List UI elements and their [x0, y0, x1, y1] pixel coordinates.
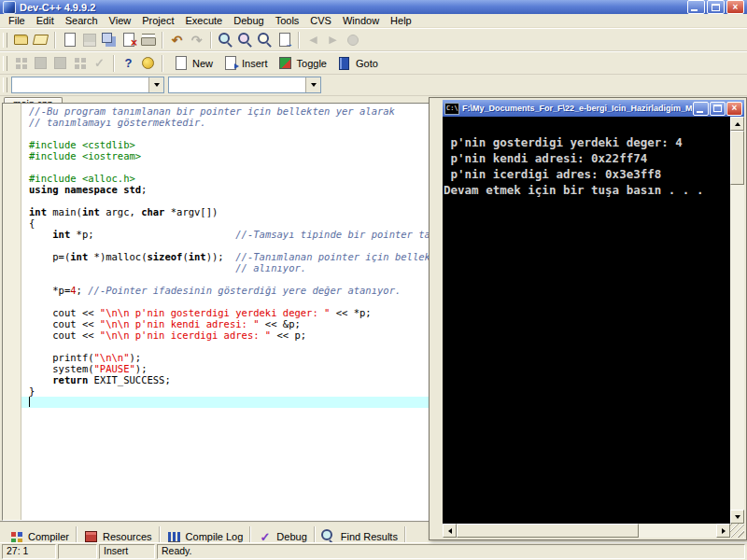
toolbar-grip[interactable] [3, 33, 7, 48]
toolbar-separator [162, 55, 163, 72]
goto-line-icon[interactable] [275, 31, 294, 49]
goto-bookmark-icon [334, 54, 354, 72]
profile-icon[interactable] [138, 54, 158, 72]
scroll-left-button[interactable] [443, 524, 457, 538]
minimize-button[interactable] [687, 0, 705, 14]
member-combo[interactable] [168, 77, 321, 93]
menu-debug[interactable]: Debug [228, 14, 269, 27]
new-unit-button[interactable]: New [167, 54, 217, 72]
new-file-icon[interactable] [60, 31, 79, 49]
title-bar[interactable]: Dev-C++ 4.9.9.2 × [0, 0, 747, 14]
console-output: p'nin gosterdigi yerdeki deger: 4 p'nin … [443, 117, 730, 524]
console-horizontal-scrollbar[interactable] [443, 524, 730, 538]
menu-search[interactable]: Search [60, 14, 104, 27]
redo-icon[interactable] [187, 31, 206, 49]
console-horizontal-scroll-row [443, 524, 744, 538]
cmd-icon [444, 103, 459, 115]
compiler-label: Compiler [28, 531, 69, 542]
print-icon[interactable] [138, 31, 158, 49]
forward-icon[interactable] [323, 31, 343, 49]
vertical-scroll-thumb[interactable] [730, 131, 744, 185]
class-browser-row [0, 75, 747, 96]
member-combo-value [169, 77, 305, 92]
resize-grip[interactable] [730, 524, 744, 538]
toolbar-grip[interactable] [3, 56, 7, 71]
toolbar-separator [162, 32, 163, 49]
console-line: p'nin kendi adresi: 0x22ff74 [444, 150, 730, 166]
toggle-bookmark-button[interactable]: Toggle [272, 54, 331, 72]
class-combo[interactable] [11, 77, 164, 93]
menu-window[interactable]: Window [337, 14, 385, 27]
console-window[interactable]: F:\My_Documents_For_F\22_e-bergi_Icin_Ha… [429, 97, 747, 540]
replace-icon[interactable] [235, 31, 255, 49]
close-file-icon[interactable] [119, 31, 138, 49]
editor-gutter [3, 104, 21, 520]
menu-tools[interactable]: Tools [270, 14, 305, 27]
menu-project[interactable]: Project [136, 14, 179, 27]
toggle-bookmark-label: Toggle [297, 58, 327, 69]
status-message: Ready. [157, 544, 745, 559]
new-unit-label: New [192, 58, 213, 69]
debug-label: Debug [276, 531, 306, 542]
menu-file[interactable]: File [3, 14, 31, 27]
console-minimize-button[interactable] [693, 102, 709, 116]
restore-button[interactable] [707, 0, 725, 14]
rebuild-icon[interactable] [70, 54, 90, 72]
close-button[interactable]: × [726, 0, 744, 14]
insert-label: Insert [242, 58, 268, 69]
console-body: p'nin gosterdigi yerdeki deger: 4 p'nin … [443, 117, 744, 524]
menu-view[interactable]: View [104, 14, 137, 27]
class-combo-value [12, 77, 148, 92]
app-icon [3, 1, 16, 14]
console-maximize-button[interactable] [710, 102, 726, 116]
new-unit-icon [171, 54, 190, 72]
abort-icon[interactable] [343, 31, 362, 49]
menu-help[interactable]: Help [385, 14, 417, 27]
menu-execute[interactable]: Execute [179, 14, 228, 27]
toolbar-grip[interactable] [3, 77, 7, 92]
find-icon[interactable] [216, 31, 235, 49]
save-all-icon[interactable] [99, 31, 119, 49]
menu-cvs[interactable]: CVS [304, 14, 337, 27]
console-title: F:\My_Documents_For_F\22_e-bergi_Icin_Ha… [462, 104, 692, 113]
console-left-frame [430, 98, 443, 539]
toolbar-separator [113, 55, 115, 72]
console-close-button[interactable]: × [726, 102, 742, 116]
scroll-down-button[interactable] [730, 510, 744, 524]
chevron-down-icon[interactable] [305, 77, 320, 92]
status-insert-mode: Insert [99, 544, 155, 559]
save-icon[interactable] [79, 31, 99, 49]
toolbar-compile: NewInsertToggleGoto [0, 51, 747, 75]
window-title: Dev-C++ 4.9.9.2 [20, 2, 687, 13]
chevron-down-icon[interactable] [148, 77, 163, 92]
goto-bookmark-button[interactable]: Goto [331, 54, 382, 72]
console-vertical-scrollbar[interactable] [730, 117, 744, 524]
console-line: Devam etmek için bir tuşa basın . . . [444, 182, 730, 198]
toolbar-separator [298, 32, 300, 49]
compile-icon[interactable] [11, 54, 31, 72]
compile-run-icon[interactable] [50, 54, 70, 72]
text-caret [29, 397, 30, 407]
undo-icon[interactable] [167, 31, 187, 49]
insert-icon [220, 54, 240, 72]
console-line: p'nin icerdigi adres: 0x3e3ff8 [444, 166, 730, 182]
new-project-icon[interactable] [11, 31, 31, 49]
syntax-check-icon[interactable] [90, 54, 109, 72]
console-client: F:\My_Documents_For_F\22_e-bergi_Icin_Ha… [443, 98, 746, 539]
find-results-label: Find Results [341, 531, 398, 542]
debug-help-icon[interactable] [119, 54, 138, 72]
toggle-bookmark-icon [275, 54, 295, 72]
goto-bookmark-label: Goto [356, 58, 378, 69]
toolbar-standard [0, 28, 747, 51]
horizontal-scroll-thumb[interactable] [457, 524, 639, 538]
find-in-files-icon[interactable] [255, 31, 275, 49]
console-title-bar[interactable]: F:\My_Documents_For_F\22_e-bergi_Icin_Ha… [443, 100, 744, 117]
run-icon[interactable] [31, 54, 50, 72]
insert-button[interactable]: Insert [217, 54, 272, 72]
scroll-up-button[interactable] [730, 117, 744, 131]
open-project-icon[interactable] [31, 31, 50, 49]
scroll-right-button[interactable] [716, 524, 730, 538]
menu-edit[interactable]: Edit [31, 14, 60, 27]
back-icon[interactable] [303, 31, 323, 49]
console-line: p'nin gosterdigi yerdeki deger: 4 [444, 134, 730, 150]
